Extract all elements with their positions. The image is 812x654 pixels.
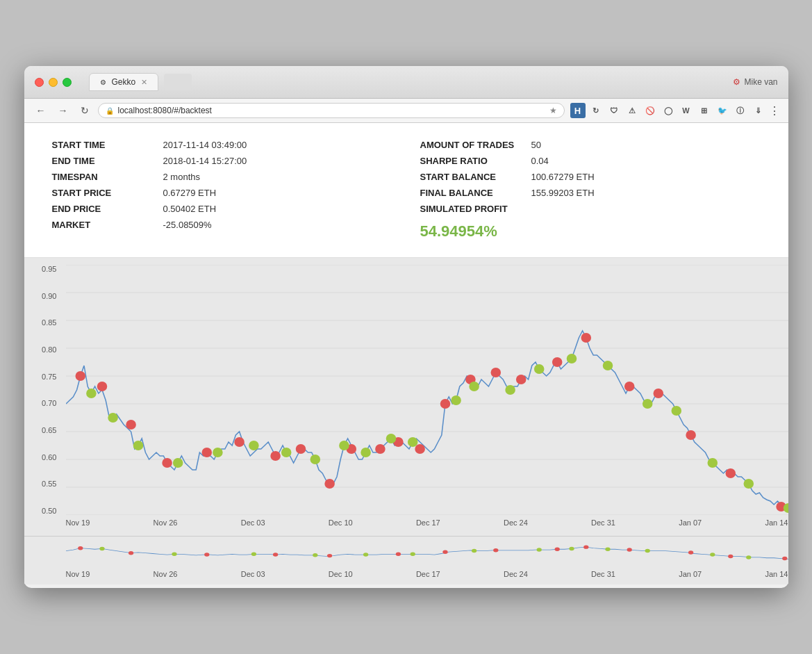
stats-section: START TIME 2017-11-14 03:49:00 END TIME …	[24, 123, 788, 258]
svg-point-17	[493, 548, 498, 552]
ext-red[interactable]: 🚫	[643, 103, 658, 118]
main-chart-svg	[66, 265, 788, 515]
trade-dot-sell	[490, 368, 501, 377]
lock-icon: 🔒	[106, 107, 114, 115]
svg-point-10	[78, 546, 83, 550]
trade-dot-buy	[172, 458, 183, 468]
browser-menu-icon[interactable]: ⋮	[769, 104, 780, 117]
trade-dot-sell	[270, 451, 281, 461]
mini-x-dec03: Dec 03	[241, 570, 265, 578]
user-name: Mike van	[744, 77, 777, 87]
active-tab[interactable]: ⚙ Gekko ✕	[89, 73, 159, 91]
svg-point-14	[326, 554, 331, 557]
svg-point-33	[605, 548, 610, 551]
ext-h[interactable]: H	[570, 103, 586, 118]
trade-dot-sell	[97, 382, 107, 391]
mini-x-dec31: Dec 31	[591, 570, 615, 578]
stat-simulated-profit-value: 54.94954%	[420, 217, 761, 243]
mini-x-dec10: Dec 10	[329, 570, 353, 578]
y-label-065: 0.65	[42, 426, 56, 434]
trade-dot-sell	[725, 468, 736, 478]
svg-point-34	[645, 549, 649, 553]
trade-dot-buy	[361, 448, 371, 457]
svg-point-24	[99, 547, 104, 550]
ext-circle[interactable]: ◯	[661, 103, 676, 118]
trade-dot-buy	[281, 448, 291, 457]
mini-x-jan14: Jan 14	[765, 570, 788, 578]
trade-dot-buy	[133, 441, 143, 450]
x-label-jan07: Jan 07	[679, 518, 702, 527]
mini-x-jan07: Jan 07	[679, 570, 702, 578]
trade-dot-sell	[624, 382, 634, 391]
svg-point-27	[313, 553, 317, 557]
trade-dot-sell	[126, 420, 136, 430]
trade-dot-sell	[295, 444, 306, 454]
left-stats: START TIME 2017-11-14 03:49:00 END TIME …	[52, 137, 406, 243]
trade-dot-sell	[234, 437, 245, 447]
tab-bar: ⚙ Gekko ✕	[89, 73, 727, 91]
ext-shield[interactable]: 🛡	[606, 103, 622, 118]
svg-point-11	[128, 551, 133, 555]
x-axis-labels: Nov 19 Nov 26 Dec 03 Dec 10 Dec 17 Dec 2…	[66, 515, 788, 536]
svg-point-35	[710, 553, 715, 556]
url-text: localhost:8080/#/backtest	[118, 106, 545, 115]
x-label-jan14: Jan 14	[765, 518, 788, 527]
amount-trades-label: AMOUNT OF TRADES	[420, 140, 531, 150]
start-time-label: START TIME	[52, 140, 163, 150]
bookmark-icon[interactable]: ★	[549, 106, 557, 115]
trade-dot-sell	[415, 444, 425, 454]
trade-dot-buy	[469, 382, 479, 391]
ext-info[interactable]: ⓘ	[733, 103, 748, 118]
forward-button[interactable]: →	[55, 104, 72, 117]
tab-favicon-icon: ⚙	[100, 79, 106, 86]
tab-close-icon[interactable]: ✕	[141, 78, 147, 87]
x-label-nov19: Nov 19	[66, 518, 90, 527]
minimize-button[interactable]	[49, 78, 58, 87]
svg-point-36	[746, 555, 751, 559]
chart-section: 0.95 0.90 0.85 0.80 0.75 0.70 0.65 0.60 …	[24, 258, 788, 584]
market-value: -25.08509%	[163, 220, 212, 230]
ext-grid[interactable]: ⊞	[697, 103, 712, 118]
trade-dot-sell	[201, 448, 212, 457]
ext-privacy[interactable]: ⚠	[624, 103, 640, 118]
y-label-050: 0.50	[42, 507, 56, 515]
stat-final-balance: FINAL BALANCE 155.99203 ETH	[420, 185, 761, 201]
right-stats: AMOUNT OF TRADES 50 SHARPE RATIO 0.04 ST…	[406, 137, 761, 243]
mini-x-dec24: Dec 24	[504, 570, 528, 578]
ext-download[interactable]: ⇓	[751, 103, 766, 118]
back-button[interactable]: ←	[33, 104, 49, 117]
mini-chart-container: Nov 19 Nov 26 Dec 03 Dec 10 Dec 17 Dec 2…	[24, 536, 788, 584]
trade-dot-buy	[108, 413, 118, 423]
end-price-value: 0.50402 ETH	[163, 204, 217, 214]
title-bar: ⚙ Gekko ✕ ⚙ Mike van	[24, 66, 788, 99]
simulated-profit-label: SIMULATED PROFIT	[420, 204, 531, 214]
svg-point-20	[627, 548, 631, 551]
stat-end-price: END PRICE 0.50402 ETH	[52, 201, 379, 217]
mini-x-axis: Nov 19 Nov 26 Dec 03 Dec 10 Dec 17 Dec 2…	[66, 567, 788, 584]
close-button[interactable]	[35, 78, 44, 87]
timespan-label: TIMESPAN	[52, 172, 163, 182]
x-label-dec10: Dec 10	[329, 518, 353, 527]
trade-dot-buy	[533, 364, 544, 374]
trade-dot-sell	[552, 357, 562, 367]
main-chart-container: 0.95 0.90 0.85 0.80 0.75 0.70 0.65 0.60 …	[24, 258, 788, 536]
market-label: MARKET	[52, 220, 163, 230]
ext-w[interactable]: W	[679, 103, 694, 118]
end-price-label: END PRICE	[52, 204, 163, 214]
x-label-dec24: Dec 24	[504, 518, 528, 527]
price-polyline	[66, 331, 788, 508]
start-time-value: 2017-11-14 03:49:00	[163, 140, 247, 150]
refresh-button[interactable]: ↻	[77, 104, 92, 117]
traffic-lights	[35, 78, 72, 87]
trade-dot-buy	[86, 389, 97, 398]
maximize-button[interactable]	[63, 78, 72, 87]
y-label-080: 0.80	[42, 345, 56, 354]
ext-bird[interactable]: 🐦	[715, 103, 730, 118]
ext-rotate[interactable]: ↻	[588, 103, 604, 118]
x-label-dec31: Dec 31	[591, 518, 615, 527]
x-label-dec17: Dec 17	[416, 518, 440, 527]
mini-x-nov26: Nov 26	[154, 570, 178, 578]
address-bar[interactable]: 🔒 localhost:8080/#/backtest ★	[98, 103, 565, 118]
stat-simulated-profit-label: SIMULATED PROFIT	[420, 201, 761, 217]
stat-start-time: START TIME 2017-11-14 03:49:00	[52, 137, 379, 153]
